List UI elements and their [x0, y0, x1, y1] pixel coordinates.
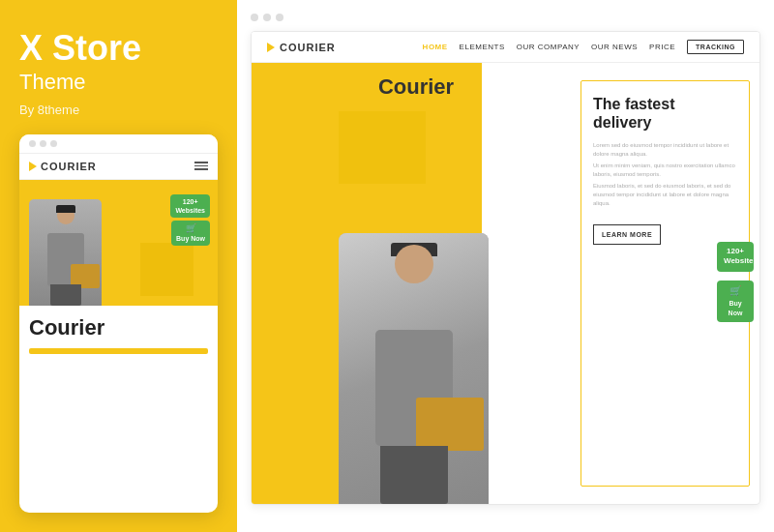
site-logo: COURIER [267, 42, 336, 53]
browser-bar [251, 14, 760, 21]
site-badge-buy-text: Buy Now [723, 299, 748, 318]
nav-our-news[interactable]: OUR NEWS [591, 43, 638, 51]
learn-more-button[interactable]: LEARN MORE [593, 224, 661, 245]
app-subtitle: Theme [19, 70, 218, 95]
cart-icon: 🛒 [729, 284, 741, 298]
lorem-text-3: Eiusmod laboris, et sed do eiusmod labor… [593, 182, 737, 208]
person-legs [380, 446, 448, 504]
mobile-logo-text: COURIER [41, 161, 97, 172]
nav-our-company[interactable]: OUR COMPANY [517, 43, 580, 51]
hero-courier-title: Courier [378, 74, 454, 102]
app-by: By 8theme [19, 103, 218, 117]
mobile-badge-buy[interactable]: 🛒 Buy Now [171, 221, 210, 247]
hamburger-line-1 [194, 162, 208, 163]
mobile-dot-1 [29, 140, 36, 147]
site-nav-links: HOME ELEMENTS OUR COMPANY OUR NEWS PRICE… [345, 40, 744, 54]
browser-dot-3 [276, 14, 283, 21]
delivery-person-image [339, 233, 489, 504]
lorem-text-2: Ut enim minim veniam, quis nostro exerci… [593, 162, 737, 179]
app-title: X Store [19, 29, 218, 68]
fastest-delivery-title: The fastest delivery [593, 95, 737, 132]
browser-dot-1 [251, 14, 258, 21]
website-mockup: COURIER HOME ELEMENTS OUR COMPANY OUR NE… [251, 31, 760, 505]
site-content: Courier The fastest delivery Lorem sed [252, 63, 759, 504]
mobile-yellow-rect [140, 243, 194, 296]
nav-home[interactable]: HOME [423, 43, 448, 51]
hamburger-line-3 [194, 168, 208, 170]
mobile-dot-3 [50, 140, 57, 147]
site-badge-120: 120+Websites [717, 242, 754, 272]
site-badge-buy[interactable]: 🛒 Buy Now [717, 281, 754, 322]
logo-triangle-icon [29, 162, 37, 171]
hamburger-icon[interactable] [194, 162, 208, 170]
mobile-yellow-bar [29, 348, 208, 354]
nav-price[interactable]: PRICE [649, 43, 675, 51]
mobile-bottom: Courier [19, 306, 218, 362]
mobile-browser-bar [19, 134, 218, 154]
left-panel: X Store Theme By 8theme COURIER [0, 0, 237, 532]
lorem-text-1: Lorem sed do eiusmod tempor incididunt u… [593, 141, 737, 159]
mobile-courier-title: Courier [29, 315, 208, 340]
hero-area: Courier [252, 63, 580, 504]
nav-elements[interactable]: ELEMENTS [460, 43, 505, 51]
right-panel: COURIER HOME ELEMENTS OUR COMPANY OUR NE… [237, 0, 774, 532]
mobile-mockup: COURIER 120+Websites [19, 134, 218, 513]
mobile-nav: COURIER [19, 154, 218, 180]
mobile-hero: 120+Websites 🛒 Buy Now [19, 180, 218, 306]
site-logo-text: COURIER [280, 42, 336, 53]
hamburger-line-2 [194, 165, 208, 167]
person-box [416, 398, 484, 451]
tracking-button[interactable]: TRACKING [687, 40, 744, 54]
hero-yellow-rect [339, 111, 426, 184]
browser-dot-2 [263, 14, 271, 21]
delivery-person-inner [339, 233, 489, 504]
site-logo-triangle-icon [267, 43, 275, 52]
mobile-badge-120: 120+Websites [170, 194, 210, 218]
person-head [395, 245, 433, 283]
mobile-logo: COURIER [29, 161, 97, 172]
mobile-dot-2 [40, 140, 46, 147]
site-nav: COURIER HOME ELEMENTS OUR COMPANY OUR NE… [252, 32, 759, 63]
